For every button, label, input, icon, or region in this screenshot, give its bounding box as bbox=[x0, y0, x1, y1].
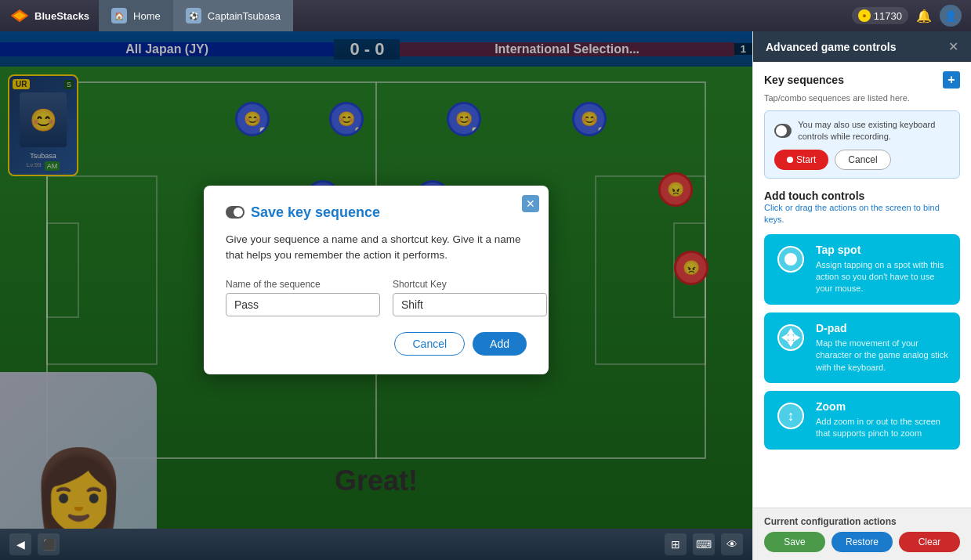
shortcut-input[interactable] bbox=[393, 293, 547, 316]
svg-point-10 bbox=[784, 253, 797, 266]
dpad-desc: Map the movement of your character or th… bbox=[816, 338, 949, 374]
recording-toggle-text: You may also use existing keyboard contr… bbox=[798, 119, 950, 143]
dialog-cancel-button[interactable]: Cancel bbox=[394, 332, 465, 356]
game-area: All Japan (JY) 0 - 0 International Selec… bbox=[0, 31, 752, 560]
bottom-bar-right: ⊞ ⌨ 👁 bbox=[665, 533, 743, 555]
key-sequences-title: Key sequences bbox=[764, 74, 844, 86]
tab-home[interactable]: 🏠 Home bbox=[99, 0, 173, 31]
cancel-recording-button[interactable]: Cancel bbox=[835, 150, 890, 170]
recording-toggle[interactable] bbox=[774, 124, 792, 138]
tap-spot-card[interactable]: Tap spot Assign tapping on a spot with t… bbox=[764, 234, 960, 305]
svg-point-16 bbox=[788, 334, 794, 341]
coins-display: ● 11730 bbox=[852, 7, 908, 24]
keyboard-button[interactable]: ⌨ bbox=[693, 533, 715, 555]
tab-home-label: Home bbox=[133, 10, 161, 22]
title-bar-right: ● 11730 🔔 👤 bbox=[842, 5, 971, 27]
panel-body: Key sequences + Tap/combo sequences are … bbox=[753, 62, 971, 508]
grid-button[interactable]: ⊞ bbox=[665, 533, 687, 555]
dpad-info: D-pad Map the movement of your character… bbox=[816, 322, 949, 374]
dialog-close-button[interactable]: ✕ bbox=[522, 195, 539, 212]
config-actions-title: Current configuration actions bbox=[764, 516, 960, 527]
config-buttons: Save Restore Clear bbox=[764, 532, 960, 552]
zoom-icon: ↕ bbox=[775, 400, 806, 432]
tab-game-label: CaptainTsubasa bbox=[208, 10, 281, 22]
panel-title: Advanced game controls bbox=[766, 41, 897, 53]
back-button[interactable]: ◀ bbox=[9, 533, 31, 555]
tap-spot-icon bbox=[775, 244, 806, 275]
bluestacks-logo: BlueStacks bbox=[0, 8, 99, 23]
main-content: All Japan (JY) 0 - 0 International Selec… bbox=[0, 31, 971, 560]
app-title: BlueStacks bbox=[34, 10, 89, 22]
right-panel: Advanced game controls ✕ Key sequences +… bbox=[752, 31, 971, 560]
key-sequences-desc: Tap/combo sequences are listed here. bbox=[764, 93, 960, 103]
svg-text:↕: ↕ bbox=[788, 408, 795, 424]
dpad-icon bbox=[775, 322, 806, 353]
add-touch-desc: Click or drag the actions on the screen … bbox=[764, 202, 960, 226]
coin-icon: ● bbox=[858, 9, 871, 22]
shortcut-label: Shortcut Key bbox=[393, 279, 547, 290]
game-tab-icon: ⚽ bbox=[186, 8, 201, 23]
dialog-actions: Cancel Add bbox=[226, 332, 527, 356]
config-actions-bar: Current configuration actions Save Resto… bbox=[753, 508, 971, 560]
tap-spot-desc: Assign tapping on a spot with this actio… bbox=[816, 259, 949, 295]
zoom-card[interactable]: ↕ Zoom Add zoom in or out to the screen … bbox=[764, 391, 960, 450]
name-field-group: Name of the sequence bbox=[226, 279, 380, 316]
bottom-bar-left: ◀ ⬛ bbox=[9, 533, 60, 555]
home-button[interactable]: ⬛ bbox=[38, 533, 60, 555]
key-sequences-header: Key sequences + bbox=[764, 71, 960, 89]
eye-button[interactable]: 👁 bbox=[721, 533, 743, 555]
tap-spot-name: Tap spot bbox=[816, 244, 949, 256]
zoom-desc: Add zoom in or out to the screen that su… bbox=[816, 416, 949, 440]
coins-value: 11730 bbox=[874, 10, 902, 22]
shortcut-field-group: Shortcut Key bbox=[393, 279, 547, 316]
start-recording-button[interactable]: Start bbox=[774, 150, 828, 170]
toggle-icon bbox=[226, 206, 245, 219]
zoom-info: Zoom Add zoom in or out to the screen th… bbox=[816, 400, 949, 440]
restore-button[interactable]: Restore bbox=[832, 532, 893, 552]
save-button[interactable]: Save bbox=[764, 532, 825, 552]
add-touch-title: Add touch controls bbox=[764, 190, 960, 202]
name-input[interactable] bbox=[226, 293, 380, 316]
dialog-add-button[interactable]: Add bbox=[473, 332, 527, 356]
dialog-overlay: Save key sequence ✕ Give your sequence a… bbox=[0, 31, 752, 529]
home-tab-icon: 🏠 bbox=[111, 8, 127, 23]
title-bar-left: BlueStacks 🏠 Home ⚽ CaptainTsubasa bbox=[0, 0, 842, 31]
dpad-card[interactable]: D-pad Map the movement of your character… bbox=[764, 313, 960, 383]
dialog-title-text: Save key sequence bbox=[251, 204, 380, 221]
tab-game[interactable]: ⚽ CaptainTsubasa bbox=[173, 0, 293, 31]
panel-header: Advanced game controls ✕ bbox=[753, 31, 971, 62]
zoom-name: Zoom bbox=[816, 400, 949, 413]
bottom-bar: ◀ ⬛ ⊞ ⌨ 👁 bbox=[0, 529, 752, 560]
dialog-form: Name of the sequence Shortcut Key bbox=[226, 279, 527, 316]
recording-box: You may also use existing keyboard contr… bbox=[764, 110, 960, 179]
recording-actions: Start Cancel bbox=[774, 150, 950, 170]
bell-icon[interactable]: 🔔 bbox=[916, 9, 932, 23]
dpad-name: D-pad bbox=[816, 322, 949, 334]
add-key-sequence-button[interactable]: + bbox=[943, 71, 960, 89]
panel-close-button[interactable]: ✕ bbox=[948, 39, 958, 54]
bluestacks-logo-icon bbox=[9, 8, 30, 23]
start-dot bbox=[787, 157, 793, 163]
dialog-title-area: Save key sequence bbox=[226, 204, 527, 221]
dialog-description: Give your sequence a name and a shortcut… bbox=[226, 232, 527, 264]
recording-toggle-row: You may also use existing keyboard contr… bbox=[774, 119, 950, 143]
title-bar: BlueStacks 🏠 Home ⚽ CaptainTsubasa ● 117… bbox=[0, 0, 971, 31]
tap-spot-info: Tap spot Assign tapping on a spot with t… bbox=[816, 244, 949, 295]
clear-button[interactable]: Clear bbox=[899, 532, 960, 552]
save-key-sequence-dialog: Save key sequence ✕ Give your sequence a… bbox=[204, 186, 549, 375]
add-touch-section: Add touch controls Click or drag the act… bbox=[764, 190, 960, 450]
account-icon[interactable]: 👤 bbox=[940, 5, 962, 27]
start-label: Start bbox=[796, 154, 816, 165]
name-label: Name of the sequence bbox=[226, 279, 380, 290]
